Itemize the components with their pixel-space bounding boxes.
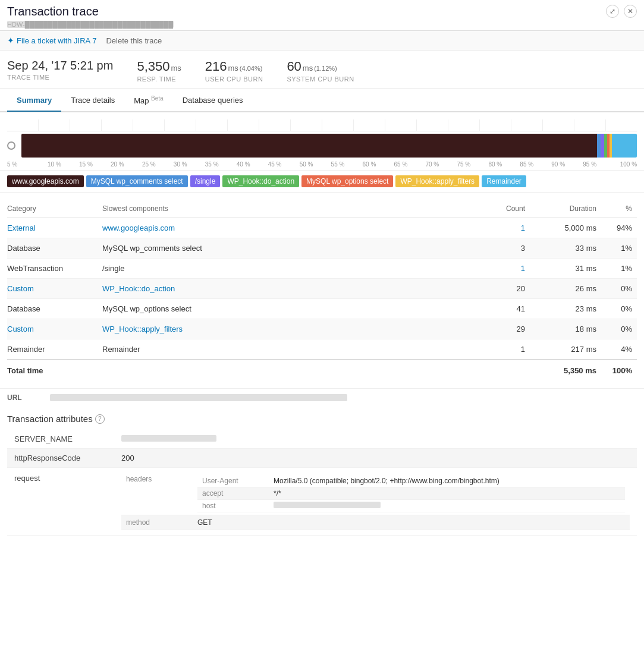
page-title: Transaction trace [7, 5, 637, 18]
attr-row-request: request headers User-Agent Mozilla/5.0 (… [7, 468, 637, 536]
component-cell: Remainder [102, 339, 470, 360]
category-cell: Database [7, 299, 102, 319]
pct-cell: 0% [601, 319, 637, 339]
legend-item-wp_hook::do_action[interactable]: WP_Hook::do_action [222, 175, 299, 187]
category-link[interactable]: Custom [7, 325, 34, 333]
system-cpu-value: 60 [287, 59, 301, 74]
attr-val-server-name [114, 430, 637, 449]
file-ticket-link[interactable]: ✦ File a ticket with JIRA 7 [7, 36, 96, 45]
system-cpu-label: SYSTEM CPU BURN [287, 75, 354, 83]
table-row: RemainderRemainder1217 ms4% [7, 339, 637, 360]
trace-time-value: Sep 24, '17 5:21 pm [7, 59, 113, 73]
col-header-pct: % [601, 200, 637, 218]
accept-row: accept */* [197, 487, 625, 500]
user-cpu-label: USER CPU BURN [205, 75, 263, 83]
pct-cell: 94% [601, 218, 637, 238]
pct-cell: 4% [601, 339, 637, 360]
total-label: Total time [7, 360, 530, 381]
pct-label-0: 5 % [7, 161, 39, 168]
accept-key: accept [197, 487, 269, 500]
legend-item-/single[interactable]: /single [190, 175, 221, 187]
table-row: CustomWP_Hook::apply_filters2918 ms0% [7, 319, 637, 339]
pct-label-3: 20 % [102, 161, 133, 168]
pct-label-17: 90 % [542, 161, 574, 168]
method-value: GET [193, 515, 630, 530]
resp-time-label: RESP. TIME [137, 75, 181, 83]
jira-icon: ✦ [7, 36, 14, 45]
col-header-category: Category [7, 200, 102, 218]
url-section: URL [0, 388, 644, 407]
components-table-section: Category Slowest components Count Durati… [0, 193, 644, 388]
legend-item-mysql-wp_options-select[interactable]: MySQL wp_options select [301, 175, 393, 187]
col-header-count: Count [470, 200, 530, 218]
request-headers-key: headers [121, 473, 193, 515]
pct-label-14: 75 % [448, 161, 479, 168]
chart-legend: www.googleapis.comMySQL wp_comments sele… [0, 171, 644, 193]
pct-label-1: 10 % [39, 161, 70, 168]
pct-label-7: 40 % [228, 161, 259, 168]
component-link[interactable]: www.googleapis.com [102, 223, 175, 232]
component-link[interactable]: WP_Hook::do_action [102, 284, 175, 293]
trace-time-metric: Sep 24, '17 5:21 pm TRACE TIME [7, 59, 113, 83]
attr-key-request: request [7, 468, 114, 536]
window-subtitle: HDW-████████████████████████████████ [7, 21, 174, 28]
user-agent-key: User-Agent [197, 475, 269, 487]
attr-row-server-name: SERVER_NAME [7, 430, 637, 449]
chart-segment-www-googleapis [21, 134, 597, 158]
pct-label-9: 50 % [291, 161, 322, 168]
url-label: URL [7, 393, 43, 402]
legend-item-wp_hook::apply_filters[interactable]: WP_Hook::apply_filters [395, 175, 479, 187]
system-cpu-metric: 60 ms (1.12%) SYSTEM CPU BURN [287, 59, 354, 83]
category-link[interactable]: External [7, 223, 36, 232]
user-cpu-metric: 216 ms (4.04%) USER CPU BURN [205, 59, 263, 83]
url-value [50, 394, 347, 401]
resp-time-value: 5,350 [137, 59, 169, 74]
close-button[interactable]: ✕ [624, 5, 637, 18]
legend-item-mysql-wp_comments-select[interactable]: MySQL wp_comments select [86, 175, 188, 187]
category-cell: WebTransaction [7, 259, 102, 279]
count-link[interactable]: 1 [521, 264, 525, 273]
tab-map[interactable]: Map Beta [124, 89, 172, 112]
table-row: CustomWP_Hook::do_action2026 ms0% [7, 279, 637, 299]
col-header-slowest: Slowest components [102, 200, 470, 218]
table-row: WebTransaction/single131 ms1% [7, 259, 637, 279]
table-row: Externalwww.googleapis.com15,000 ms94% [7, 218, 637, 238]
pct-label-2: 15 % [70, 161, 102, 168]
tab-summary[interactable]: Summary [7, 90, 61, 112]
chart-bar [21, 134, 637, 158]
expand-button[interactable]: ⤢ [606, 5, 619, 18]
pct-label-8: 45 % [259, 161, 291, 168]
total-pct: 100% [601, 360, 637, 381]
chart-segment-remainder [612, 134, 637, 158]
request-nested-table: headers User-Agent Mozilla/5.0 (compatib… [121, 473, 630, 530]
duration-cell: 33 ms [530, 238, 601, 259]
delete-trace-link[interactable]: Delete this trace [106, 36, 162, 45]
method-row: method GET [121, 515, 630, 530]
table-row: DatabaseMySQL wp_options select4123 ms0% [7, 299, 637, 319]
count-link[interactable]: 1 [521, 223, 525, 232]
component-cell: MySQL wp_comments select [102, 238, 470, 259]
chart-circle [7, 141, 15, 150]
count-cell: 1 [470, 339, 530, 360]
attr-key-server-name: SERVER_NAME [7, 430, 114, 449]
duration-cell: 26 ms [530, 279, 601, 299]
tab-trace-details[interactable]: Trace details [61, 90, 124, 112]
pct-cell: 0% [601, 279, 637, 299]
host-row: host [197, 500, 625, 512]
delete-trace-label: Delete this trace [106, 36, 162, 45]
legend-item-remainder[interactable]: Remainder [482, 175, 526, 187]
trace-time-label: TRACE TIME [7, 74, 113, 81]
help-icon[interactable]: ? [95, 414, 105, 424]
tab-database-queries[interactable]: Database queries [173, 90, 253, 112]
duration-cell: 217 ms [530, 339, 601, 360]
category-link[interactable]: Custom [7, 284, 34, 293]
request-headers-val: User-Agent Mozilla/5.0 (compatible; bing… [193, 473, 630, 515]
pct-label-10: 55 % [322, 161, 354, 168]
pct-cell: 0% [601, 299, 637, 319]
system-cpu-pct: (1.12%) [314, 65, 337, 72]
tab-bar: Summary Trace details Map Beta Database … [0, 89, 644, 112]
count-cell: 29 [470, 319, 530, 339]
component-cell: /single [102, 259, 470, 279]
component-link[interactable]: WP_Hook::apply_filters [102, 325, 183, 333]
legend-item-www.googleapis.com[interactable]: www.googleapis.com [7, 175, 84, 187]
